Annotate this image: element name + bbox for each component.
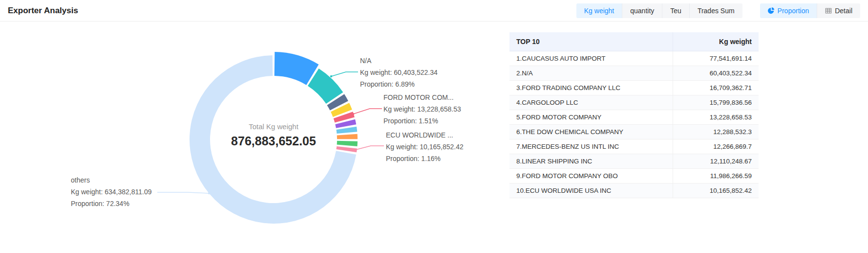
table-header-kg-weight: Kg weight	[673, 32, 759, 51]
row-kg-weight: 12,110,248.67	[673, 154, 759, 168]
callout-dot-n-a	[330, 75, 332, 77]
row-kg-weight: 13,228,658.53	[673, 110, 759, 124]
tab-quantity[interactable]: quantity	[622, 3, 662, 18]
tab-label: Teu	[670, 7, 681, 15]
callout-title: others	[71, 174, 152, 186]
tab-trades-sum[interactable]: Trades Sum	[690, 3, 742, 18]
row-kg-weight: 77,541,691.14	[673, 51, 759, 66]
callout-proportion: Proportion: 72.34%	[71, 198, 152, 209]
donut-segment-ford-motor-company-obo[interactable]	[337, 141, 358, 146]
row-exporter-name: 9.FORD MOTOR COMPANY OBO	[509, 168, 673, 183]
callout-proportion: Proportion: 1.16%	[386, 153, 464, 164]
table-row: 1.CAUCASUS AUTO IMPORT77,541,691.14	[509, 51, 759, 66]
callout-line-n-a	[331, 72, 358, 76]
donut-segment-ecu-worldwide-usa-inc[interactable]	[336, 146, 357, 152]
row-kg-weight: 11,986,266.59	[673, 168, 759, 183]
callout-proportion: Proportion: 6.89%	[360, 78, 438, 90]
callout-kg-weight: Kg weight: 634,382,811.09	[71, 186, 152, 198]
callout-ecu-worldwide: ECU WORLDWIDE ... Kg weight: 10,165,852.…	[386, 129, 464, 164]
row-kg-weight: 12,266,869.7	[673, 139, 759, 154]
metric-tabs: Kg weightquantityTeuTrades Sum	[576, 3, 742, 18]
callout-proportion: Proportion: 1.51%	[383, 115, 461, 127]
tab-label: Proportion	[778, 7, 809, 15]
callout-line-ecu-worldwide-usa-inc	[356, 146, 384, 150]
tab-teu[interactable]: Teu	[662, 3, 690, 18]
row-exporter-name: 7.MERCEDES-BENZ US INTL INC	[509, 139, 673, 154]
row-exporter-name: 5.FORD MOTOR COMPANY	[509, 110, 673, 124]
callout-na: N/A Kg weight: 60,403,522.34 Proportion:…	[360, 55, 438, 90]
top10-table: TOP 10 Kg weight 1.CAUCASUS AUTO IMPORT7…	[509, 32, 759, 198]
content-area: Total Kg weight 876,883,652.05 N/A Kg we…	[0, 22, 868, 253]
view-tabs: ProportionDetail	[760, 3, 860, 18]
donut-segment-mercedes-benz-us-intl-inc[interactable]	[336, 127, 357, 134]
callout-title: FORD MOTOR COM...	[383, 92, 461, 103]
row-exporter-name: 2.N/A	[509, 66, 673, 80]
table-row: 5.FORD MOTOR COMPANY13,228,658.53	[509, 110, 759, 124]
callout-line-ford-motor-company	[353, 109, 382, 114]
row-exporter-name: 10.ECU WORLDWIDE USA INC	[509, 183, 673, 198]
tab-proportion[interactable]: Proportion	[760, 3, 818, 18]
callout-ford-motor: FORD MOTOR COM... Kg weight: 13,228,658.…	[383, 92, 461, 127]
row-kg-weight: 15,799,836.56	[673, 95, 759, 110]
callout-dot-ford-motor-company	[352, 113, 354, 115]
table-row: 10.ECU WORLDWIDE USA INC10,165,852.42	[509, 183, 759, 198]
table-row: 6.THE DOW CHEMICAL COMPANY12,288,532.3	[509, 124, 759, 139]
row-exporter-name: 1.CAUCASUS AUTO IMPORT	[509, 51, 673, 66]
row-kg-weight: 16,709,362.71	[673, 80, 759, 95]
tab-label: Detail	[835, 7, 852, 15]
top-bar: Exporter Analysis Kg weightquantityTeuTr…	[0, 0, 868, 22]
table-row: 4.CARGOLOOP LLC15,799,836.56	[509, 95, 759, 110]
table-row: 3.FORD TRADING COMPANY LLC16,709,362.71	[509, 80, 759, 95]
tab-label: Kg weight	[584, 7, 614, 15]
callout-kg-weight: Kg weight: 60,403,522.34	[360, 67, 438, 78]
callout-others: others Kg weight: 634,382,811.09 Proport…	[71, 174, 152, 209]
table-header-row: TOP 10 Kg weight	[509, 32, 759, 51]
callout-title: N/A	[360, 55, 438, 67]
callout-kg-weight: Kg weight: 13,228,658.53	[383, 103, 461, 115]
callout-dot-others	[208, 192, 210, 194]
callout-title: ECU WORLDWIDE ...	[386, 129, 464, 141]
table-row: 8.LINEAR SHIPPING INC12,110,248.67	[509, 154, 759, 168]
pie-chart-icon	[768, 7, 775, 14]
table-row: 9.FORD MOTOR COMPANY OBO11,986,266.59	[509, 168, 759, 183]
tab-detail[interactable]: Detail	[817, 3, 860, 18]
donut-segment-linear-shipping-inc[interactable]	[337, 134, 358, 139]
callout-dot-ecu-worldwide-usa-inc	[355, 149, 357, 151]
tab-label: quantity	[630, 7, 654, 15]
row-exporter-name: 4.CARGOLOOP LLC	[509, 95, 673, 110]
page-title: Exporter Analysis	[8, 6, 78, 16]
table-row: 7.MERCEDES-BENZ US INTL INC12,266,869.7	[509, 139, 759, 154]
row-kg-weight: 12,288,532.3	[673, 124, 759, 139]
row-kg-weight: 10,165,852.42	[673, 183, 759, 198]
toolbar: Kg weightquantityTeuTrades Sum Proportio…	[576, 3, 860, 18]
row-exporter-name: 6.THE DOW CHEMICAL COMPANY	[509, 124, 673, 139]
tab-label: Trades Sum	[698, 7, 735, 15]
table-header-top10: TOP 10	[509, 32, 673, 51]
row-kg-weight: 60,403,522.34	[673, 66, 759, 80]
table-icon	[825, 7, 832, 14]
top10-table-body: 1.CAUCASUS AUTO IMPORT77,541,691.142.N/A…	[509, 51, 759, 198]
row-exporter-name: 3.FORD TRADING COMPANY LLC	[509, 80, 673, 95]
table-row: 2.N/A60,403,522.34	[509, 66, 759, 80]
callout-line-others	[157, 192, 209, 193]
tab-kg-weight[interactable]: Kg weight	[576, 3, 622, 18]
callout-kg-weight: Kg weight: 10,165,852.42	[386, 141, 464, 153]
row-exporter-name: 8.LINEAR SHIPPING INC	[509, 154, 673, 168]
